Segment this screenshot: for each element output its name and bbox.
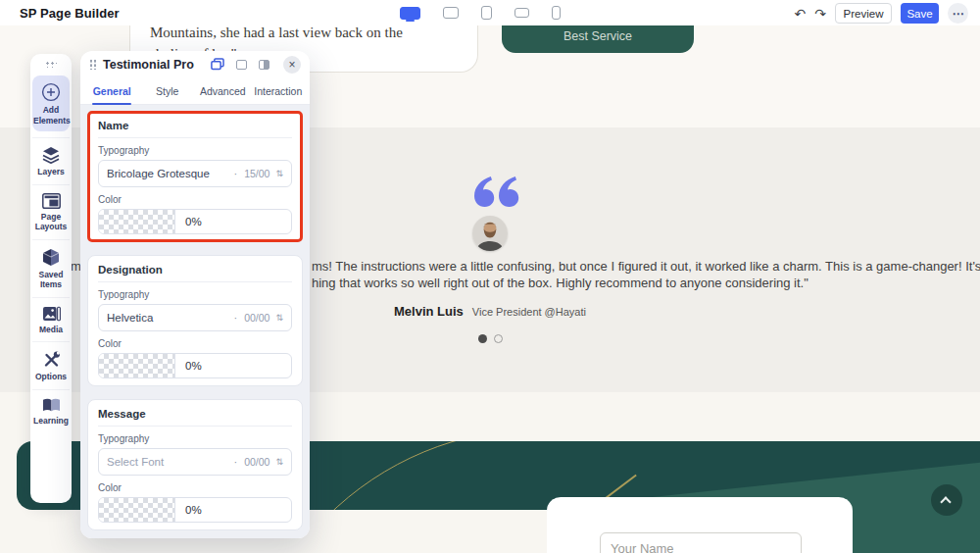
tab-style[interactable]: Style [140, 77, 196, 104]
panel-header: Testimonial Pro × [80, 51, 310, 77]
sidebar-item-add-elements[interactable]: Add Elements [32, 75, 70, 131]
author-name: Melvin Luis [394, 304, 464, 319]
responsive-device-switcher [400, 5, 561, 21]
font-select[interactable]: Select Font · 00/00 ⇅ [98, 448, 292, 476]
testimonial-avatar [472, 216, 508, 251]
tools-icon [42, 350, 61, 369]
section-designation: Designation Typography Helvetica · 00/00… [87, 255, 303, 386]
duplicate-panel-icon[interactable] [211, 58, 224, 71]
device-mobile-icon[interactable] [552, 6, 561, 20]
font-placeholder: Select Font [107, 456, 164, 468]
color-picker-row[interactable]: 0% [98, 209, 292, 234]
size-adjust-icon[interactable]: ⇅ [275, 313, 283, 323]
section-message: Message Typography Select Font · 00/00 ⇅… [87, 399, 303, 530]
app-title: SP Page Builder [20, 6, 120, 21]
device-desktop-icon[interactable] [400, 7, 420, 20]
panel-drag-handle[interactable] [89, 59, 96, 70]
section-title: Message [98, 408, 292, 427]
plus-circle-icon [41, 82, 61, 102]
carousel-dot-active[interactable] [478, 334, 487, 343]
color-opacity-value[interactable]: 0% [175, 498, 291, 522]
tab-general[interactable]: General [84, 77, 140, 104]
color-swatch-transparent[interactable] [99, 498, 175, 522]
device-laptop-icon[interactable] [443, 7, 459, 19]
panel-body: Name Typography Bricolage Grotesque · 15… [80, 105, 310, 538]
testimonial-pro-settings-panel: Testimonial Pro × General Style Advanced… [80, 51, 310, 538]
font-size-value: 15/00 [244, 168, 270, 179]
color-label: Color [98, 338, 292, 349]
sidebar-item-label: Add Elements [33, 105, 69, 126]
dock-panel-icon[interactable] [236, 60, 247, 70]
layers-icon [41, 146, 61, 164]
sidebar-drag-handle[interactable] [45, 61, 57, 68]
best-service-badge[interactable]: Best Service [502, 25, 694, 53]
size-adjust-icon[interactable]: ⇅ [275, 457, 283, 467]
color-picker-row[interactable]: 0% [98, 353, 292, 378]
typography-label: Typography [98, 145, 292, 156]
sidebar-item-options[interactable]: Options [32, 341, 70, 389]
device-tablet-icon[interactable] [481, 6, 492, 20]
sidebar-item-media[interactable]: Media [32, 297, 70, 342]
close-icon[interactable]: × [283, 56, 301, 74]
tab-interaction[interactable]: Interaction [251, 77, 307, 104]
font-value: Bricolage Grotesque [107, 168, 210, 179]
font-select[interactable]: Helvetica · 00/00 ⇅ [98, 304, 292, 331]
sidebar-item-saved-items[interactable]: Saved Items [32, 239, 70, 297]
sidebar-item-label: Saved Items [32, 270, 70, 290]
preview-button[interactable]: Preview [835, 3, 892, 24]
top-toolbar: SP Page Builder ↶ ↷ Preview Save ⋯ [0, 0, 980, 25]
testimonial-text-line2: hing that works so well right out of the… [312, 276, 808, 290]
tab-advanced[interactable]: Advanced [195, 77, 251, 104]
font-select[interactable]: Bricolage Grotesque · 15/00 ⇅ [98, 160, 292, 187]
your-name-input[interactable] [600, 532, 802, 553]
sidebar-item-learning[interactable]: Learning [32, 389, 70, 433]
size-adjust-icon[interactable]: ⇅ [275, 169, 283, 178]
color-label: Color [98, 482, 292, 493]
contact-form-card [547, 497, 853, 553]
chevron-up-icon [940, 496, 951, 507]
color-label: Color [98, 194, 292, 205]
dock-panel-right-icon[interactable] [259, 60, 270, 70]
typography-label: Typography [98, 433, 292, 444]
sidebar-item-label: Page Layouts [32, 212, 70, 232]
separator-dot: · [234, 168, 238, 179]
panel-title: Testimonial Pro [103, 58, 204, 72]
redo-icon[interactable]: ↷ [814, 4, 826, 24]
save-button[interactable]: Save [901, 3, 939, 24]
sidebar-item-layers[interactable]: Layers [32, 137, 70, 184]
color-opacity-value[interactable]: 0% [175, 354, 291, 377]
page-layouts-icon [42, 193, 61, 209]
carousel-dot[interactable] [494, 334, 503, 343]
sidebar-item-label: Media [32, 325, 70, 335]
media-icon [42, 306, 61, 322]
sidebar-item-label: Options [32, 372, 70, 382]
separator-dot: · [234, 312, 238, 324]
color-swatch-transparent[interactable] [99, 354, 175, 377]
panel-tabs: General Style Advanced Interaction [80, 77, 310, 105]
device-mobile-landscape-icon[interactable] [514, 8, 529, 18]
sidebar-item-label: Layers [32, 167, 70, 177]
separator-dot: · [234, 456, 238, 468]
sidebar-item-label: Learning [32, 416, 70, 427]
book-icon [42, 398, 61, 413]
sidebar-item-page-layouts[interactable]: Page Layouts [32, 184, 70, 239]
cube-icon [42, 248, 60, 267]
scroll-to-top-button[interactable] [931, 484, 962, 516]
builder-sidebar: Add Elements Layers Page Layouts Saved I… [30, 54, 72, 503]
undo-icon[interactable]: ↶ [795, 4, 807, 24]
font-value: Helvetica [107, 312, 153, 324]
color-opacity-value[interactable]: 0% [175, 210, 291, 233]
section-name: Name Typography Bricolage Grotesque · 15… [87, 111, 303, 242]
quote-icon [474, 176, 519, 211]
toolbar-actions: ↶ ↷ Preview Save ⋯ [795, 3, 968, 24]
section-title: Designation [98, 264, 292, 282]
badge-label: Best Service [564, 29, 632, 43]
color-picker-row[interactable]: 0% [98, 497, 292, 523]
more-options-button[interactable]: ⋯ [948, 3, 968, 24]
section-title: Name [98, 120, 292, 138]
author-role: Vice President @Hayati [472, 306, 586, 318]
font-size-value: 00/00 [244, 456, 270, 468]
testimonial-text-line1: ms! The instructions were a little confu… [312, 259, 980, 274]
font-size-value: 00/00 [244, 312, 270, 324]
color-swatch-transparent[interactable] [99, 210, 175, 233]
